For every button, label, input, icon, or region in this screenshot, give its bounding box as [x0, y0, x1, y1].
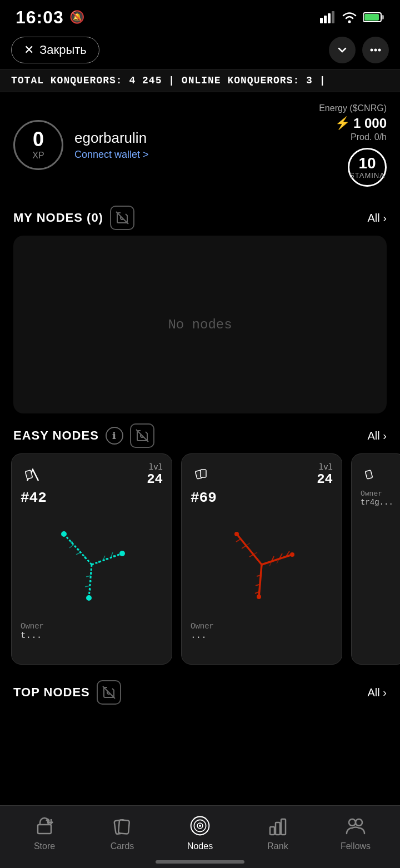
svg-rect-66 — [281, 819, 286, 835]
top-nodes-all-link[interactable]: All — [368, 686, 387, 699]
my-nodes-header: MY NODES (0) All — [0, 200, 400, 236]
top-nodes-camera-off-icon — [97, 680, 121, 705]
xp-circle: 0 XP — [13, 120, 63, 170]
svg-point-16 — [119, 551, 125, 556]
energy-section: Energy ($CNRG) ⚡ 1 000 Prod. 0/h — [319, 103, 387, 142]
svg-rect-7 — [364, 14, 379, 21]
node-1-number: #42 — [21, 490, 163, 506]
svg-point-9 — [374, 49, 377, 52]
wifi-icon — [341, 11, 358, 23]
node-card-1-header: lvl 24 — [21, 463, 163, 487]
profile-info: egorbarulin Connect wallet > — [74, 129, 308, 161]
svg-rect-0 — [320, 18, 323, 23]
card-badge-3 — [361, 463, 385, 487]
top-nodes-title: TOP NODES — [13, 680, 121, 705]
fellows-icon — [343, 814, 368, 838]
rank-label: Rank — [267, 841, 288, 851]
status-bar: 16:03 🔕 — [0, 0, 400, 31]
svg-line-27 — [76, 552, 81, 555]
svg-point-21 — [98, 561, 100, 563]
cards-label: Cards — [111, 841, 134, 851]
store-icon — [32, 814, 57, 838]
info-icon: ℹ — [106, 427, 123, 445]
svg-point-51 — [234, 532, 239, 536]
node-1-lvl: 24 — [147, 472, 163, 487]
svg-rect-54 — [365, 470, 372, 479]
svg-point-10 — [378, 49, 381, 52]
xp-label: XP — [32, 151, 44, 161]
svg-point-19 — [77, 548, 79, 551]
nav-item-nodes[interactable]: Nodes — [161, 814, 239, 851]
node-3-owner-val: tr4g... — [361, 498, 397, 507]
node-1-lvl-label: lvl — [147, 463, 163, 472]
svg-rect-65 — [276, 822, 280, 835]
nav-item-fellows[interactable]: Fellows — [317, 814, 394, 851]
nav-item-store[interactable]: Store — [6, 814, 83, 851]
chevron-down-button[interactable] — [329, 37, 356, 63]
svg-rect-1 — [324, 16, 327, 23]
node-1-owner-label: Owner — [21, 622, 163, 631]
easy-nodes-all-link[interactable]: All — [368, 430, 387, 442]
fellows-label: Fellows — [341, 841, 371, 851]
svg-point-15 — [61, 531, 67, 537]
prod-value: Prod. 0/h — [319, 132, 387, 142]
store-label: Store — [34, 841, 55, 851]
card-badge-1 — [21, 463, 45, 487]
stamina-circle: 10 STAMINA — [348, 148, 387, 187]
node-1-visual — [21, 506, 163, 617]
svg-point-24 — [90, 572, 92, 574]
chevron-down-icon — [336, 44, 348, 56]
svg-point-26 — [89, 588, 91, 591]
stamina-value: 10 — [358, 156, 376, 171]
svg-point-17 — [86, 595, 92, 601]
svg-line-39 — [242, 546, 246, 548]
svg-line-35 — [237, 534, 262, 565]
nav-item-cards[interactable]: Cards — [83, 814, 161, 851]
node-3-owner-label: Owner — [361, 490, 397, 498]
status-icons — [320, 11, 384, 23]
node-2-lvl-label: lvl — [317, 463, 333, 472]
nodes-row: lvl 24 #42 — [0, 453, 400, 665]
svg-point-4 — [348, 21, 351, 23]
status-time: 16:03 — [16, 7, 64, 28]
xp-value: 0 — [33, 129, 44, 149]
node-card-3-partial[interactable]: Owner tr4g... — [351, 453, 400, 665]
svg-line-48 — [246, 543, 250, 546]
svg-rect-59 — [118, 820, 129, 834]
ticker-text: TOTAL KONQUERORS: 4 245 | ONLINE KONQUER… — [11, 75, 326, 86]
stamina-label: STAMINA — [349, 171, 385, 179]
energy-value: ⚡ 1 000 — [319, 116, 387, 131]
card-badge-2 — [191, 463, 215, 487]
svg-point-8 — [371, 49, 373, 52]
node-card-1[interactable]: lvl 24 #42 — [11, 453, 172, 665]
node-2-owner-val: ... — [191, 631, 333, 641]
mute-icon: 🔕 — [69, 10, 84, 24]
my-nodes-all-link[interactable]: All — [368, 212, 387, 225]
svg-point-52 — [290, 552, 294, 557]
svg-line-38 — [249, 555, 253, 557]
more-button[interactable] — [362, 37, 389, 63]
bottom-nav: Store Cards Nodes — [0, 805, 400, 868]
svg-point-20 — [71, 541, 73, 543]
node-2-owner-label: Owner — [191, 622, 333, 631]
svg-point-53 — [257, 595, 261, 599]
nav-item-rank[interactable]: Rank — [239, 814, 317, 851]
profile-section: 0 XP egorbarulin Connect wallet > Energy… — [0, 92, 400, 198]
svg-rect-34 — [201, 470, 206, 477]
easy-nodes-header: EASY NODES ℹ All — [0, 413, 400, 453]
nodes-label: Nodes — [187, 841, 213, 851]
svg-point-18 — [84, 556, 86, 558]
bolt-icon: ⚡ — [335, 116, 350, 131]
my-nodes-title: MY NODES (0) — [13, 206, 134, 230]
svg-rect-64 — [270, 827, 274, 835]
svg-rect-2 — [328, 13, 331, 23]
cards-icon — [110, 814, 134, 838]
ticker: TOTAL KONQUERORS: 4 245 | ONLINE KONQUER… — [0, 69, 400, 92]
node-card-2[interactable]: lvl 24 #69 — [181, 453, 342, 665]
svg-point-67 — [349, 819, 356, 826]
wallet-link[interactable]: Connect wallet > — [74, 149, 308, 161]
close-button[interactable]: ✕ Закрыть — [11, 37, 99, 63]
more-icon — [369, 44, 382, 56]
svg-rect-55 — [38, 825, 51, 834]
camera-off-icon — [110, 206, 134, 230]
